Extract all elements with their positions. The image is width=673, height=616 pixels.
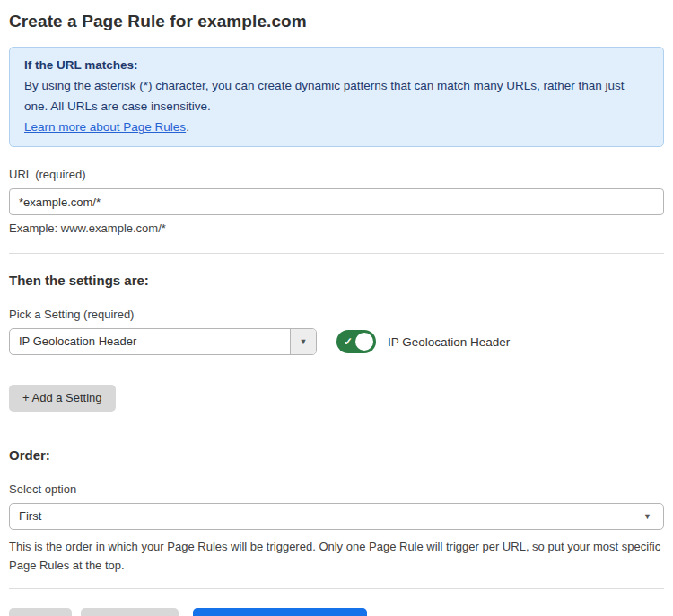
url-field-label: URL (required) (9, 168, 664, 181)
order-helper-text: This is the order in which your Page Rul… (9, 537, 664, 575)
pick-setting-label: Pick a Setting (required) (9, 308, 664, 321)
ip-geolocation-toggle[interactable]: ✓ (336, 330, 376, 353)
page-title: Create a Page Rule for example.com (9, 12, 664, 31)
chevron-down-icon: ▼ (643, 513, 651, 521)
order-section-heading: Order: (9, 447, 664, 463)
link-period: . (186, 120, 189, 134)
url-input[interactable] (9, 188, 664, 215)
add-setting-button[interactable]: + Add a Setting (9, 385, 116, 412)
divider (9, 588, 664, 589)
toggle-label: IP Geolocation Header (388, 335, 510, 349)
info-box-body: By using the asterisk (*) character, you… (24, 75, 649, 117)
setting-row: IP Geolocation Header ▼ ✓ IP Geolocation… (9, 328, 664, 355)
chevron-down-icon: ▼ (300, 338, 308, 346)
divider (9, 429, 664, 429)
create-page-rule-form: Create a Page Rule for example.com If th… (0, 0, 673, 616)
settings-section-heading: Then the settings are: (9, 273, 664, 288)
url-example-helper: Example: www.example.com/* (9, 221, 664, 235)
setting-select-arrow-button[interactable]: ▼ (290, 329, 316, 354)
cancel-button[interactable]: Cancel (9, 608, 72, 616)
setting-select-value: IP Geolocation Header (10, 329, 290, 354)
url-matches-info-box: If the URL matches: By using the asteris… (9, 47, 664, 147)
save-and-deploy-button[interactable]: Save and Deploy Page Rule (193, 608, 366, 616)
order-select[interactable]: First ▼ (9, 503, 664, 530)
check-icon: ✓ (344, 334, 353, 349)
info-box-heading: If the URL matches: (24, 55, 649, 75)
select-option-label: Select option (9, 482, 664, 496)
learn-more-link[interactable]: Learn more about Page Rules (24, 120, 186, 134)
divider (9, 253, 664, 254)
order-select-value: First (10, 504, 663, 529)
setting-select[interactable]: IP Geolocation Header ▼ (9, 328, 317, 355)
save-as-draft-button[interactable]: Save as Draft (81, 608, 179, 616)
footer-actions: Cancel Save as Draft Save and Deploy Pag… (9, 608, 664, 616)
toggle-knob (355, 333, 373, 351)
info-box-link-line: Learn more about Page Rules. (24, 117, 649, 137)
